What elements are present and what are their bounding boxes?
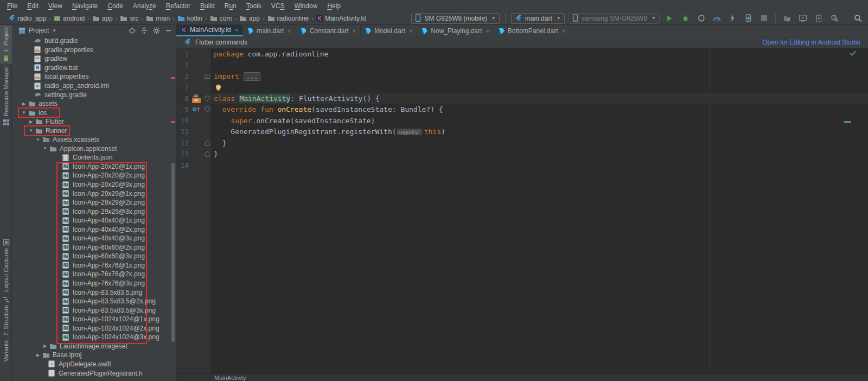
breadcrumb-item-kotlin[interactable]: kotlin (177, 15, 202, 22)
chevron-collapsed-icon[interactable]: ▶ (20, 101, 28, 106)
settings-gear-icon[interactable] (153, 27, 160, 34)
attach-debugger-button[interactable] (742, 13, 754, 24)
chevron-collapsed-icon[interactable]: ▶ (27, 119, 35, 124)
tree-row-gradlew-bat[interactable]: gradlew.bat (12, 63, 176, 73)
tree-row-icon-app-76x76-2x-png[interactable]: Icon-App-76x76@2x.png (12, 270, 176, 279)
avd-manager-button[interactable] (797, 13, 809, 24)
tree-row-icon-app-1024x1024-2x-png[interactable]: Icon-App-1024x1024@2x.png (12, 324, 176, 333)
menu-help[interactable]: Help (322, 0, 346, 12)
fold-marker[interactable] (203, 140, 210, 146)
tool-window-button-variants[interactable]: Variants (0, 338, 12, 364)
tree-row-icon-app-29x29-2x-png[interactable]: Icon-App-29x29@2x.png (12, 198, 176, 207)
chevron-expanded-icon[interactable]: ▼ (20, 110, 28, 115)
breadcrumb-item-android[interactable]: android (54, 15, 85, 22)
overrides-method-icon[interactable] (193, 106, 200, 113)
debug-button[interactable] (679, 13, 691, 24)
tree-row-local-properties[interactable]: local.properties (12, 72, 176, 81)
menu-edit[interactable]: Edit (22, 0, 43, 12)
close-icon[interactable]: × (409, 28, 412, 34)
tree-row-icon-app-60x60-3x-png[interactable]: Icon-App-60x60@3x.png (12, 252, 176, 261)
tree-row-assets-xcassets[interactable]: ▼Assets.xcassets (12, 135, 176, 144)
tree-row-settings-gradle[interactable]: settings.gradle (12, 90, 176, 99)
menu-view[interactable]: View (43, 0, 67, 12)
breadcrumb-item-app[interactable]: app (92, 15, 113, 22)
tree-row-icon-app-20x20-2x-png[interactable]: Icon-App-20x20@2x.png (12, 171, 176, 180)
tree-row-contents-json[interactable]: { }Contents.json (12, 153, 176, 162)
tree-row-icon-app-20x20-3x-png[interactable]: Icon-App-20x20@3x.png (12, 180, 176, 189)
tree-row-icon-app-29x29-3x-png[interactable]: Icon-App-29x29@3x.png (12, 207, 176, 216)
run-button[interactable] (663, 13, 675, 24)
tool-window-button-1-project[interactable]: 1: Project (0, 25, 12, 63)
menu-window[interactable]: Window (289, 0, 322, 12)
captures-button[interactable] (781, 13, 793, 24)
project-scrollbar[interactable] (171, 163, 175, 342)
code-line-10[interactable]: 10 super.onCreate(savedInstanceState) (176, 115, 868, 126)
breadcrumb-item-mainactivity-kt[interactable]: KMainActivity.kt (316, 15, 366, 22)
open-in-android-studio-link[interactable]: Open for Editing in Android Studio (762, 39, 860, 46)
breadcrumb-item-app[interactable]: app (239, 15, 260, 22)
tree-row-icon-app-83-5x83-5-png[interactable]: Icon-App-83.5x83.5.png (12, 288, 176, 297)
fold-marker[interactable] (203, 96, 210, 101)
tree-row-icon-app-40x40-3x-png[interactable]: Icon-App-40x40@3x.png (12, 234, 176, 243)
code-line-11[interactable]: 11 GeneratedPluginRegistrant.registerWit… (176, 126, 868, 138)
tree-row-icon-app-60x60-2x-png[interactable]: Icon-App-60x60@2x.png (12, 243, 176, 252)
fold-marker[interactable] (203, 151, 210, 157)
chevron-expanded-icon[interactable]: ▼ (27, 128, 35, 133)
tree-row-launchimage-imageset[interactable]: ▶LaunchImage.imageset (12, 342, 176, 351)
hide-panel-button[interactable] (165, 28, 171, 34)
locate-file-button[interactable] (129, 27, 136, 34)
fold-marker[interactable] (203, 74, 210, 79)
tab-now-playing-dart[interactable]: Now_Playing.dart× (417, 25, 494, 36)
menu-run[interactable]: Run (220, 0, 241, 12)
fold-marker[interactable] (203, 106, 210, 112)
tree-row-icon-app-76x76-3x-png[interactable]: Icon-App-76x76@3x.png (12, 279, 176, 288)
breadcrumb-item-radioonline[interactable]: radioonline (267, 15, 309, 22)
tab-bottompanel-dart[interactable]: BottomPanel.dart× (494, 25, 570, 36)
tree-row-runner[interactable]: ▼Runner (12, 126, 176, 135)
intention-bulb-icon[interactable] (216, 85, 221, 90)
code-line-13[interactable]: 13} (176, 149, 868, 160)
tab-constant-dart[interactable]: Constant.dart× (296, 25, 361, 36)
tree-row-assets[interactable]: ▶assets (12, 99, 176, 109)
run-config-selector[interactable]: main.dart ▼ (511, 13, 565, 24)
profiler-button[interactable] (695, 13, 707, 24)
profile-app-button[interactable] (711, 13, 723, 24)
tool-window-button-resource-manager[interactable]: Resource Manager (0, 63, 12, 128)
code-editor[interactable]: 1package com.app.radioonline23import ...… (176, 48, 868, 373)
tree-row-icon-app-20x20-1x-png[interactable]: Icon-App-20x20@1x.png (12, 162, 176, 172)
collapse-all-button[interactable] (141, 27, 148, 34)
tree-row-icon-app-1024x1024-3x-png[interactable]: Icon-App-1024x1024@3x.png (12, 333, 176, 342)
stop-button[interactable] (758, 13, 770, 24)
tree-row-base-lproj[interactable]: ▶Base.lproj (12, 351, 176, 360)
tool-window-button-7-structure[interactable]: 7: Structure (0, 294, 12, 338)
code-line-12[interactable]: 12 } (176, 137, 868, 149)
menu-vcs[interactable]: VCS (266, 0, 290, 12)
code-line-8[interactable]: 8<>class MainActivity: FlutterActivity()… (176, 93, 868, 104)
editor-breadcrumb-item[interactable]: MainActivity (214, 374, 246, 381)
project-view-selector[interactable]: Project ▼ (18, 27, 56, 34)
tree-row-icon-app-40x40-1x-png[interactable]: Icon-App-40x40@1x.png (12, 216, 176, 225)
class-gutter-icon[interactable]: <> (192, 93, 201, 103)
breadcrumb-item-com[interactable]: com (210, 15, 232, 22)
search-everywhere-button[interactable] (852, 13, 864, 24)
menu-analyze[interactable]: Analyze (128, 0, 161, 12)
sdk-manager-button[interactable] (828, 13, 840, 24)
close-icon[interactable]: × (288, 28, 291, 34)
tree-row-icon-app-83-5x83-5-2x-png[interactable]: Icon-App-83.5x83.5@2x.png (12, 297, 176, 306)
chevron-expanded-icon[interactable]: ▼ (34, 137, 42, 142)
tree-row-build-gradle[interactable]: build.gradle (12, 36, 176, 46)
close-icon[interactable]: × (353, 28, 356, 34)
device-selector[interactable]: SM G925W8 (mobile) ▼ (411, 13, 499, 24)
menu-code[interactable]: Code (103, 0, 128, 12)
tree-row-flutter[interactable]: ▶Flutter (12, 117, 176, 126)
chevron-collapsed-icon[interactable]: ▶ (34, 353, 42, 358)
tree-row-generatedpluginregistrant-h[interactable]: GeneratedPluginRegistrant.h (12, 369, 176, 378)
code-line-9[interactable]: 9 override fun onCreate(savedInstanceSta… (176, 104, 868, 116)
code-line-14[interactable]: 14 (176, 160, 868, 171)
menu-navigate[interactable]: Navigate (67, 0, 103, 12)
tab-mainactivity-kt[interactable]: KMainActivity.kt× (176, 25, 243, 36)
close-icon[interactable]: × (562, 28, 565, 34)
tree-row-appdelegate-swift[interactable]: AppDelegate.swift (12, 360, 176, 369)
breadcrumb-item-radio-app[interactable]: radio_app (8, 15, 46, 22)
tree-row-ios[interactable]: ▼ios (12, 108, 176, 117)
